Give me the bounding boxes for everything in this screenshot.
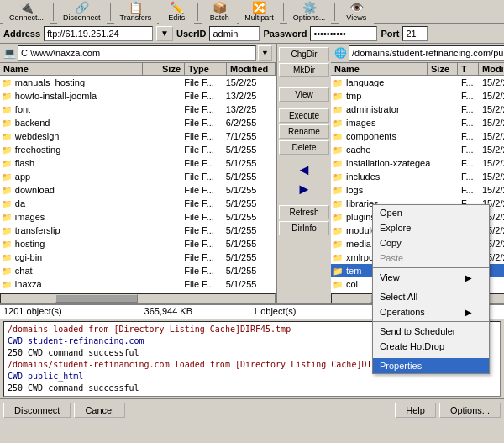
ctx-view[interactable]: View ▶	[373, 270, 489, 285]
left-file-name: images	[15, 212, 143, 222]
ctx-explore[interactable]: Explore	[373, 220, 489, 235]
ctx-paste[interactable]: Paste	[373, 251, 489, 266]
bottom-help-button[interactable]: Help	[395, 403, 436, 418]
right-file-name: components	[346, 131, 431, 141]
left-file-row[interactable]: 📁 chat File F... 5/1/255	[0, 264, 276, 277]
left-file-row[interactable]: 📁 howto-install-joomla File F... 13/2/25	[0, 89, 276, 103]
left-file-name: manuals_hosting	[15, 77, 143, 87]
ftp-address-input[interactable]	[44, 26, 153, 41]
ctx-sep-1	[373, 267, 489, 268]
folder-icon: 📁	[2, 213, 13, 222]
rename-button[interactable]: Rename	[279, 124, 329, 139]
folder-icon: 📁	[333, 213, 344, 222]
left-file-row[interactable]: 📁 font File F... 13/2/25	[0, 103, 276, 116]
ctx-copy[interactable]: Copy	[373, 235, 489, 251]
left-file-row[interactable]: 📁 manuals_hosting File F... 15/2/25	[0, 76, 276, 89]
right-file-row[interactable]: 📁 language F... 15/2/255	[331, 76, 504, 89]
right-file-row[interactable]: 📁 administrator F... 15/2/255	[331, 103, 504, 116]
left-file-name: webdesign	[15, 131, 143, 141]
disconnect-toolbar-button[interactable]: 🔗 Disconnect	[57, 0, 107, 24]
left-file-row[interactable]: 📁 freehosting File F... 5/1/255	[0, 143, 276, 156]
ctx-hotdrop[interactable]: Create HotDrop	[373, 339, 489, 354]
right-file-modified: 15/2/255	[482, 104, 504, 114]
ctx-properties[interactable]: Properties	[373, 358, 489, 373]
left-file-row[interactable]: 📁 transferslip File F... 5/1/255	[0, 224, 276, 237]
bottom-cancel-button[interactable]: Cancel	[74, 403, 124, 418]
connect-label: Connect...	[9, 13, 44, 22]
dirinfo-button[interactable]: DirInfo	[279, 221, 329, 235]
ctx-operations[interactable]: Operations ▶	[373, 304, 489, 319]
right-col-size[interactable]: Size	[428, 63, 458, 75]
edits-button[interactable]: ✏️ Edits	[159, 0, 194, 24]
batch-button[interactable]: 📦 Batch	[202, 0, 237, 24]
left-path-dropdown[interactable]: ▼	[258, 45, 272, 61]
left-file-list[interactable]: 📁 manuals_hosting File F... 15/2/25 📁 ho…	[0, 76, 276, 289]
left-scrollbar-thumb[interactable]	[55, 294, 138, 303]
left-file-type: File F...	[184, 145, 225, 155]
transfer-right-arrow[interactable]: ►	[297, 181, 312, 198]
left-file-row[interactable]: 📁 app File F... 5/1/255	[0, 170, 276, 183]
right-file-row[interactable]: 📁 installation-xzategea F... 15/2/255	[331, 156, 504, 170]
left-scrollbar[interactable]	[0, 293, 276, 303]
right-col-modified[interactable]: Modified	[479, 63, 504, 75]
left-col-type[interactable]: Type	[185, 63, 227, 75]
right-file-row[interactable]: 📁 logs F... 15/2/255	[331, 183, 504, 197]
ftp-dropdown-button[interactable]: ▼	[156, 26, 173, 41]
left-file-row[interactable]: 📁 cgi-bin File F... 5/1/255	[0, 251, 276, 264]
views-button[interactable]: 👁️ Views	[339, 0, 374, 24]
right-col-name[interactable]: Name	[331, 63, 428, 75]
right-file-row[interactable]: 📁 includes F... 15/2/255	[331, 170, 504, 183]
right-file-type: F...	[461, 171, 482, 182]
left-col-name[interactable]: Name	[0, 63, 143, 75]
bottom-disconnect-button[interactable]: Disconnect	[3, 403, 71, 418]
view-button[interactable]: View	[279, 87, 329, 102]
transfer-left-arrow[interactable]: ◄	[297, 161, 312, 179]
ctx-sep-2	[373, 287, 489, 287]
left-file-row[interactable]: 📁 hosting File F... 5/1/255	[0, 237, 276, 251]
left-file-list-container: Name Size Type Modified 📁 manuals_hostin…	[0, 63, 276, 293]
ctx-open[interactable]: Open	[373, 205, 489, 220]
left-file-modified: 6/2/255	[226, 118, 274, 128]
folder-icon: 📁	[333, 172, 344, 182]
userid-input[interactable]	[209, 26, 260, 41]
connect-button[interactable]: 🔌 Connect...	[3, 0, 50, 24]
bottom-options-button[interactable]: Options...	[439, 403, 501, 418]
left-path-input[interactable]	[18, 45, 256, 61]
execute-button[interactable]: Execute	[279, 108, 329, 123]
mkdir-button[interactable]: MkDir	[279, 63, 329, 77]
left-status: 1201 object(s) 365,944 KB	[3, 306, 251, 319]
right-file-name: administrator	[346, 104, 431, 114]
password-input[interactable]	[310, 26, 377, 41]
right-path-input[interactable]	[349, 45, 504, 61]
ctx-select-all[interactable]: Select All	[373, 289, 489, 304]
right-col-type[interactable]: T	[458, 63, 479, 75]
left-file-row[interactable]: 📁 webdesign File F... 7/1/255	[0, 129, 276, 143]
edits-label: Edits	[168, 13, 185, 22]
left-file-row[interactable]: 📁 da File F... 5/1/255	[0, 197, 276, 210]
right-file-row[interactable]: 📁 images F... 15/2/255	[331, 116, 504, 129]
right-file-row[interactable]: 📁 tmp F... 15/2/255	[331, 89, 504, 103]
left-file-type: File F...	[184, 266, 225, 276]
left-file-row[interactable]: 📁 download File F... 5/1/255	[0, 183, 276, 197]
left-file-modified: 5/1/255	[226, 198, 274, 208]
left-file-row[interactable]: 📁 images File F... 5/1/255	[0, 210, 276, 224]
multipart-button[interactable]: 🔀 Multipart	[239, 0, 280, 24]
chgdir-button[interactable]: ChgDir	[279, 47, 329, 61]
left-file-row[interactable]: 📁 backend File F... 6/2/255	[0, 116, 276, 129]
ctx-view-arrow: ▶	[465, 273, 472, 282]
folder-icon: 📁	[2, 280, 13, 289]
ctx-send-scheduler[interactable]: Send to Scheduler	[373, 324, 489, 339]
left-file-row[interactable]: 📁 flash File F... 5/1/255	[0, 156, 276, 170]
delete-button[interactable]: Delete	[279, 140, 329, 155]
left-col-size[interactable]: Size	[143, 63, 185, 75]
transfers-button[interactable]: 📋 Transfers	[114, 0, 158, 24]
left-file-row[interactable]: 📁 inaxza File F... 5/1/255	[0, 277, 276, 289]
right-file-row[interactable]: 📁 components F... 15/2/255	[331, 129, 504, 143]
refresh-button[interactable]: Refresh	[279, 205, 329, 219]
right-file-row[interactable]: 📁 cache F... 15/2/255	[331, 143, 504, 156]
left-col-modified[interactable]: Modified	[227, 63, 276, 75]
options-toolbar-button[interactable]: ⚙️ Options...	[287, 0, 332, 24]
views-label: Views	[346, 13, 366, 22]
right-file-name: language	[346, 77, 431, 87]
port-input[interactable]	[402, 26, 428, 41]
